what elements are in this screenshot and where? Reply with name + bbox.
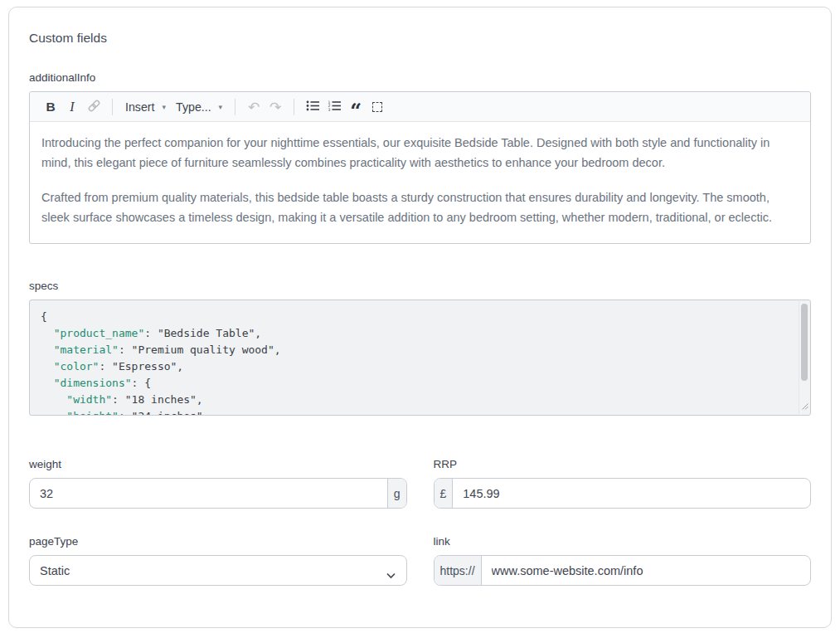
editor-content-area[interactable]: Introducing the perfect companion for yo…: [30, 122, 810, 243]
undo-icon: ↶: [248, 99, 260, 115]
toolbar-divider: [294, 99, 294, 115]
toolbar-divider: [235, 99, 235, 115]
pagetype-link-row: pageType Static link https://: [29, 535, 811, 586]
resize-grip-icon[interactable]: [801, 398, 808, 413]
code-line: "color": "Espresso",: [41, 358, 787, 375]
link-input-group: https://: [434, 555, 812, 586]
specs-code-content: { "product_name": "Bedside Table", "mate…: [30, 300, 810, 416]
dashed-square-icon: [372, 102, 382, 112]
weight-input-group: g: [29, 478, 407, 509]
bullet-list-icon: [306, 100, 320, 114]
page-type-select-wrap: Static: [29, 555, 407, 586]
specs-code-textarea[interactable]: { "product_name": "Bedside Table", "mate…: [29, 300, 811, 416]
numbered-list-button[interactable]: 1 2 3: [323, 96, 345, 118]
weight-rrp-row: weight g RRP £: [29, 458, 811, 509]
bold-button[interactable]: B: [40, 96, 61, 118]
link-label: link: [434, 535, 812, 548]
custom-fields-card: Custom fields additionalInfo B I: [8, 7, 832, 628]
type-menu-button[interactable]: Type... ▾: [171, 96, 227, 118]
insert-menu-label: Insert: [125, 100, 154, 114]
card-title: Custom fields: [29, 31, 811, 46]
code-line: "dimensions": {: [41, 375, 787, 392]
type-menu-label: Type...: [176, 100, 211, 114]
code-line: "material": "Premium quality wood",: [41, 342, 787, 358]
weight-field: weight g: [29, 458, 407, 509]
specs-label: specs: [29, 280, 811, 292]
editor-paragraph: Introducing the perfect companion for yo…: [41, 133, 799, 173]
link-field: link https://: [434, 535, 812, 586]
numbered-list-icon: 1 2 3: [328, 100, 342, 114]
code-line: "height": "24 inches",: [41, 408, 787, 416]
scrollbar-thumb[interactable]: [801, 304, 808, 381]
insert-menu-button[interactable]: Insert ▾: [120, 96, 171, 118]
editor-toolbar: B I Insert ▾: [30, 92, 810, 122]
caret-down-icon: ▾: [219, 103, 223, 111]
code-line: "product_name": "Bedside Table",: [41, 325, 787, 342]
undo-button[interactable]: ↶: [243, 96, 265, 118]
rrp-input[interactable]: [453, 479, 810, 508]
page-type-field: pageType Static: [29, 535, 407, 586]
rich-text-editor: B I Insert ▾: [29, 91, 811, 244]
vertical-scrollbar[interactable]: [799, 301, 809, 414]
dashed-box-button[interactable]: [367, 96, 388, 118]
weight-label: weight: [29, 458, 407, 470]
additional-info-field: additionalInfo B I: [29, 71, 811, 244]
code-line: "width": "18 inches",: [41, 392, 787, 408]
specs-field: specs { "product_name": "Bedside Table",…: [29, 280, 811, 416]
svg-text:3: 3: [328, 108, 330, 112]
caret-down-icon: ▾: [162, 103, 166, 111]
rrp-label: RRP: [434, 458, 812, 470]
redo-icon: ↷: [269, 99, 281, 115]
blockquote-icon: “: [350, 99, 362, 123]
code-line: {: [41, 309, 787, 325]
italic-button[interactable]: I: [61, 96, 83, 118]
page-type-select[interactable]: Static: [30, 556, 406, 585]
link-input[interactable]: [482, 556, 810, 585]
blockquote-button[interactable]: “: [345, 96, 367, 118]
link-button[interactable]: [83, 96, 104, 118]
protocol-addon: https://: [435, 556, 482, 585]
additional-info-label: additionalInfo: [29, 71, 811, 84]
currency-addon: £: [435, 479, 454, 508]
redo-button[interactable]: ↷: [265, 96, 286, 118]
weight-input[interactable]: [30, 479, 387, 508]
toolbar-divider: [112, 99, 113, 115]
chain-icon: [87, 99, 101, 115]
rrp-field: RRP £: [434, 458, 812, 509]
rrp-input-group: £: [434, 478, 812, 509]
weight-unit-addon: g: [387, 479, 406, 508]
editor-paragraph: Crafted from premium quality materials, …: [41, 188, 799, 227]
page-type-label: pageType: [29, 535, 407, 548]
bullet-list-button[interactable]: [302, 96, 323, 118]
